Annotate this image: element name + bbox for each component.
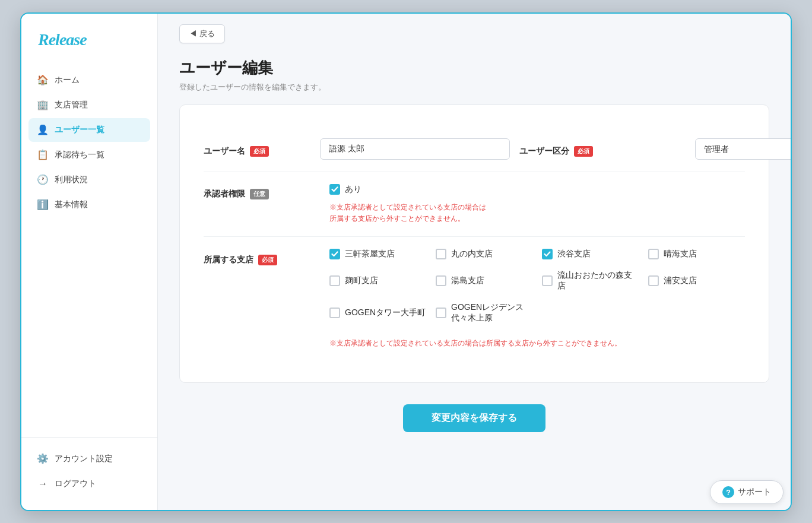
branch-checkbox-urayasu[interactable]: [648, 275, 659, 286]
sidebar-item-branch[interactable]: 🏢 支店管理: [28, 93, 150, 117]
sidebar-item-account[interactable]: ⚙️ アカウント設定: [28, 447, 150, 471]
branch-label-kojimachi: 麹町支店: [345, 275, 378, 286]
approver-warning: ※支店承認者として設定されている支店の場合は所属する支店から外すことができません…: [329, 202, 745, 224]
branch-checkbox-gogen_yoyogi[interactable]: [436, 308, 446, 318]
branch-label-gogen_otemachi: GOGENタワー大手町: [345, 308, 426, 318]
username-label-col: ユーザー名 必須: [204, 141, 310, 157]
sidebar-item-label-logout: ログアウト: [55, 478, 96, 489]
branches-badge: 必須: [258, 255, 277, 265]
approver-checkbox-area: あり: [329, 184, 745, 195]
sidebar-bottom: ⚙️ アカウント設定 → ログアウト: [21, 437, 157, 510]
save-button[interactable]: 変更内容を保存する: [403, 404, 545, 432]
page-subtitle: 登録したユーザーの情報を編集できます。: [179, 82, 769, 93]
account-icon: ⚙️: [37, 453, 49, 465]
branch-label-shibuya: 渋谷支店: [557, 249, 591, 259]
branch-item-yushima: 湯島支店: [436, 270, 532, 291]
sidebar-item-label-users: ユーザー一覧: [55, 125, 104, 135]
branch-item-kojimachi: 麹町支店: [329, 270, 426, 291]
branch-checkbox-marunouchi[interactable]: [436, 249, 446, 259]
sidebar-item-label-usage: 利用状況: [55, 175, 88, 185]
branch-item-urayasu: 浦安支店: [648, 270, 745, 291]
sidebar-nav: 🏠 ホーム 🏢 支店管理 👤 ユーザー一覧 📋 承認待ち一覧 🕐 利用状況 ℹ️…: [21, 64, 157, 437]
branches-label: 所属する支店: [204, 255, 253, 265]
users-icon: 👤: [37, 124, 49, 136]
approver-field-col: あり ※支店承認者として設定されている支店の場合は所属する支店から外すことができ…: [329, 184, 745, 224]
usertype-select-wrap: 管理者一般ユーザー閲覧者 ▾: [695, 138, 791, 160]
branch-label-nagareyama: 流山おおたかの森支店: [557, 270, 639, 291]
logout-icon: →: [37, 478, 49, 490]
sidebar-item-users[interactable]: 👤 ユーザー一覧: [28, 118, 150, 142]
usertype-label: ユーザー区分: [519, 146, 569, 157]
top-bar: ◀ 戻る: [158, 14, 791, 48]
page-header: ユーザー編集 登録したユーザーの情報を編集できます。: [158, 48, 791, 97]
username-row: ユーザー名 必須 ユーザー区分 必須 管理者一般ユーザー閲覧者 ▾: [204, 126, 745, 172]
branch-label-urayasu: 浦安支店: [664, 275, 697, 286]
branch-checkbox-nagareyama[interactable]: [542, 275, 553, 286]
branch-label-haruumi: 晴海支店: [664, 249, 697, 259]
username-badge: 必須: [250, 146, 269, 157]
branches-warning: ※支店承認者として設定されている支店の場合は所属する支店から外すことができません…: [329, 338, 745, 349]
usertype-label-col: ユーザー区分 必須: [519, 141, 626, 157]
branch-checkbox-sangenjaya[interactable]: [329, 249, 340, 259]
question-icon: ?: [722, 486, 734, 498]
branch-item-gogen_otemachi: GOGENタワー大手町: [329, 302, 426, 324]
branch-icon: 🏢: [37, 99, 49, 111]
branch-item-gogen_yoyogi: GOGENレジデンス代々木上原: [436, 302, 532, 324]
branch-checkbox-haruumi[interactable]: [648, 249, 659, 259]
branch-label-yushima: 湯島支店: [451, 275, 484, 286]
approver-checkbox-label: あり: [345, 184, 361, 195]
sidebar-item-label-home: ホーム: [55, 75, 80, 85]
form-card: ユーザー名 必須 ユーザー区分 必須 管理者一般ユーザー閲覧者 ▾: [179, 104, 769, 383]
main-content: ◀ 戻る ユーザー編集 登録したユーザーの情報を編集できます。 ユーザー名 必須…: [158, 14, 791, 510]
back-button[interactable]: ◀ 戻る: [179, 24, 225, 43]
pending-icon: 📋: [37, 149, 49, 161]
branch-item-shibuya: 渋谷支店: [542, 249, 639, 259]
sidebar-item-label-pending: 承認待ち一覧: [55, 150, 104, 160]
sidebar-item-home[interactable]: 🏠 ホーム: [28, 68, 150, 92]
logo-text: Release: [38, 30, 87, 49]
approver-row: 承認者権限 任意 あり ※支店承認者として設定されている支店の場合は所属する支店…: [204, 172, 745, 237]
usage-icon: 🕐: [37, 174, 49, 186]
username-field-col: [320, 138, 510, 160]
username-input[interactable]: [320, 138, 510, 160]
approver-badge: 任意: [250, 189, 269, 199]
usertype-badge: 必須: [574, 146, 593, 157]
sidebar-item-label-branch: 支店管理: [55, 100, 88, 110]
sidebar-item-usage[interactable]: 🕐 利用状況: [28, 168, 150, 192]
sidebar-item-info[interactable]: ℹ️ 基本情報: [28, 193, 150, 217]
home-icon: 🏠: [37, 74, 49, 86]
branches-field-col: 三軒茶屋支店丸の内支店渋谷支店晴海支店麹町支店湯島支店流山おおたかの森支店浦安支…: [329, 249, 745, 349]
sidebar-item-pending[interactable]: 📋 承認待ち一覧: [28, 143, 150, 167]
sidebar-item-label-info: 基本情報: [55, 199, 88, 210]
usertype-select[interactable]: 管理者一般ユーザー閲覧者: [695, 138, 791, 160]
branches-row: 所属する支店 必須 三軒茶屋支店丸の内支店渋谷支店晴海支店麹町支店湯島支店流山お…: [204, 237, 745, 361]
app-logo: Release: [21, 14, 157, 64]
branch-checkbox-kojimachi[interactable]: [329, 275, 340, 286]
branch-label-sangenjaya: 三軒茶屋支店: [345, 249, 395, 259]
approver-checkbox[interactable]: [329, 184, 340, 195]
branches-label-col: 所属する支店 必須: [204, 249, 310, 265]
branch-item-sangenjaya: 三軒茶屋支店: [329, 249, 426, 259]
sidebar: Release 🏠 ホーム 🏢 支店管理 👤 ユーザー一覧 📋 承認待ち一覧 🕐…: [21, 14, 158, 510]
info-icon: ℹ️: [37, 199, 49, 211]
username-label: ユーザー名: [204, 146, 245, 157]
branch-item-marunouchi: 丸の内支店: [436, 249, 532, 259]
approver-label-col: 承認者権限 任意: [204, 184, 310, 199]
usertype-field-col: 管理者一般ユーザー閲覧者 ▾: [695, 138, 791, 160]
sidebar-item-logout[interactable]: → ログアウト: [28, 472, 150, 496]
branch-checkbox-gogen_otemachi[interactable]: [329, 308, 340, 318]
branches-grid: 三軒茶屋支店丸の内支店渋谷支店晴海支店麹町支店湯島支店流山おおたかの森支店浦安支…: [329, 249, 745, 324]
page-title: ユーザー編集: [179, 58, 769, 78]
approver-label: 承認者権限: [204, 189, 245, 199]
branch-label-marunouchi: 丸の内支店: [451, 249, 493, 259]
branch-label-gogen_yoyogi: GOGENレジデンス代々木上原: [451, 302, 532, 324]
branch-checkbox-yushima[interactable]: [436, 275, 446, 286]
branch-checkbox-shibuya[interactable]: [542, 249, 553, 259]
sidebar-item-label-account: アカウント設定: [55, 454, 113, 464]
branch-item-haruumi: 晴海支店: [648, 249, 745, 259]
branch-item-nagareyama: 流山おおたかの森支店: [542, 270, 639, 291]
support-button[interactable]: ? サポート: [710, 480, 784, 504]
save-area: 変更内容を保存する: [158, 397, 791, 442]
support-label: サポート: [738, 487, 771, 497]
